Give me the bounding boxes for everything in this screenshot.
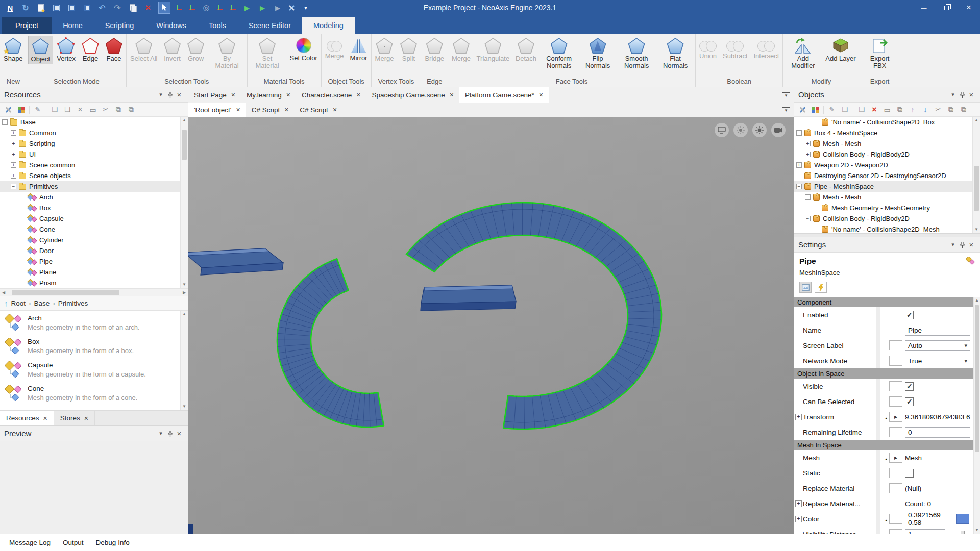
objects-tree-row[interactable]: + Mesh - Mesh	[794, 138, 980, 149]
resources-tree-row[interactable]: + UI	[0, 149, 188, 160]
section-component[interactable]: Component	[794, 297, 973, 307]
paste-icon[interactable]	[128, 2, 138, 13]
orbit-tool-icon[interactable]	[201, 2, 211, 13]
document-subtab[interactable]: C# Script	[246, 103, 295, 117]
brightness-low-icon[interactable]	[733, 123, 748, 137]
close-icon[interactable]	[967, 90, 976, 99]
save-all-icon[interactable]	[66, 2, 77, 13]
resources-tree-row[interactable]: Capsule	[0, 213, 188, 224]
add-layer-button[interactable]: Add Layer	[823, 36, 858, 63]
panel-splitter[interactable]	[794, 233, 980, 237]
paste-icon[interactable]	[959, 105, 968, 114]
status-tab[interactable]: Debug Info	[91, 536, 135, 549]
expander-icon[interactable]: −	[796, 130, 802, 136]
screen-label-select[interactable]: Auto	[905, 340, 970, 351]
redo-icon[interactable]	[112, 2, 122, 13]
move-tool-icon[interactable]	[176, 4, 183, 12]
settings-wrench-icon[interactable]	[4, 105, 13, 114]
rotate-tool-icon[interactable]	[188, 4, 196, 12]
edit-icon[interactable]	[827, 105, 837, 114]
menu-tab[interactable]: Scene Editor	[237, 17, 302, 34]
resources-tree-row[interactable]: + Scene objects	[0, 170, 188, 181]
scroll-left-icon[interactable]: ◀	[0, 289, 7, 296]
close-tab-icon[interactable]	[43, 414, 47, 422]
static-checkbox[interactable]	[905, 469, 914, 478]
chevron-down-icon[interactable]	[156, 90, 165, 99]
document-tab[interactable]: My.learning	[241, 87, 296, 103]
menu-tab[interactable]: Home	[52, 17, 94, 34]
section-object-in-space[interactable]: Object In Space	[794, 368, 973, 379]
expander-icon[interactable]: −	[11, 184, 16, 189]
replace-material-value[interactable]: (Null)	[905, 485, 921, 492]
refresh-icon[interactable]	[20, 2, 31, 13]
default-value-box[interactable]	[889, 381, 902, 391]
expander-icon[interactable]: −	[805, 194, 811, 200]
3d-viewport[interactable]	[188, 117, 794, 534]
expander-icon[interactable]: +	[11, 152, 16, 157]
objects-tree-row[interactable]: − Mesh - Mesh	[794, 192, 980, 203]
can-be-selected-checkbox[interactable]	[905, 397, 914, 406]
default-value-box[interactable]	[889, 514, 902, 524]
close-tab-icon[interactable]	[333, 106, 337, 114]
resources-tree-scrollbar[interactable]: ▲ ▼	[180, 117, 188, 288]
menu-tab[interactable]: Scripting	[94, 17, 145, 34]
breadcrumb-item[interactable]: Primitives	[53, 299, 88, 307]
add-modifier-button[interactable]: Add Modifier	[784, 36, 822, 70]
face-mode-button[interactable]: Face	[103, 36, 125, 63]
resources-tree-row[interactable]: Prism	[0, 278, 188, 288]
smooth-normals-button[interactable]: Smooth Normals	[618, 36, 655, 70]
scroll-up-icon[interactable]: ▲	[181, 117, 188, 124]
pin-icon[interactable]	[958, 90, 967, 99]
default-value-box[interactable]	[889, 468, 902, 478]
expander-icon[interactable]: +	[11, 162, 16, 168]
default-value-box[interactable]	[889, 427, 902, 437]
expander-icon[interactable]: +	[796, 162, 802, 168]
status-tab[interactable]: Message Log	[4, 536, 56, 549]
remaining-lifetime-input[interactable]: 0	[905, 427, 970, 438]
tab-list-dropdown-icon[interactable]	[782, 92, 790, 98]
document-tab[interactable]: Start Page	[188, 87, 241, 103]
move-up-icon[interactable]	[908, 105, 917, 114]
expand-replace-material-icon[interactable]	[794, 500, 803, 507]
default-value-box[interactable]	[889, 340, 902, 350]
save-as-icon[interactable]	[82, 2, 92, 13]
default-value-box[interactable]	[889, 396, 902, 407]
close-icon[interactable]	[967, 240, 976, 249]
chevron-down-icon[interactable]	[948, 240, 958, 249]
close-tab-icon[interactable]	[356, 91, 360, 99]
primitives-list-scrollbar[interactable]: ▲ ▼	[180, 311, 188, 410]
tab-list-dropdown-icon[interactable]	[782, 107, 790, 113]
edge-mode-button[interactable]: Edge	[79, 36, 102, 63]
camera-icon[interactable]	[771, 123, 786, 137]
expander-icon[interactable]: +	[805, 152, 811, 157]
primitive-list-item[interactable]: Cone Mesh geometry in the form of a cone…	[0, 381, 188, 405]
objects-tree-row[interactable]: 'No name' - CollisionShape2D_Mesh	[794, 224, 980, 233]
minimize-button[interactable]	[913, 0, 935, 15]
resources-tree-row[interactable]: − Base	[0, 117, 188, 128]
close-tab-icon[interactable]	[84, 414, 88, 422]
move-down-icon[interactable]	[921, 105, 930, 114]
chevron-down-icon[interactable]	[156, 429, 165, 438]
object-mode-button[interactable]: Object	[28, 36, 54, 64]
close-tab-icon[interactable]	[450, 91, 454, 99]
set-color-button[interactable]: Set Color	[287, 36, 320, 63]
properties-tab-icon[interactable]	[799, 282, 812, 293]
close-tab-icon[interactable]	[236, 106, 240, 114]
duplicate-icon[interactable]	[895, 105, 904, 114]
rename-icon[interactable]	[883, 105, 892, 114]
scroll-up-icon[interactable]: ▲	[974, 297, 980, 304]
view-options-icon[interactable]	[16, 105, 26, 114]
document-tab[interactable]: Character.scene	[296, 87, 366, 103]
close-tab-icon[interactable]	[284, 106, 288, 114]
visible-checkbox[interactable]	[905, 382, 914, 391]
objects-tree-row[interactable]: + Collision Body - RigidBody2D	[794, 149, 980, 160]
scene-canvas[interactable]	[188, 117, 794, 534]
document-tab[interactable]: Platform Game.scene*	[459, 87, 549, 103]
primitive-list-item[interactable]: Box Mesh geometry in the form of a box.	[0, 334, 188, 358]
close-button[interactable]	[958, 0, 980, 15]
resources-tree-row[interactable]: Plane	[0, 267, 188, 278]
transform-expand-button[interactable]	[889, 412, 902, 422]
objects-tree-row[interactable]: + Weapon 2D - Weapon2D	[794, 160, 980, 170]
close-tab-icon[interactable]	[286, 91, 290, 99]
expander-icon[interactable]: −	[2, 119, 8, 125]
